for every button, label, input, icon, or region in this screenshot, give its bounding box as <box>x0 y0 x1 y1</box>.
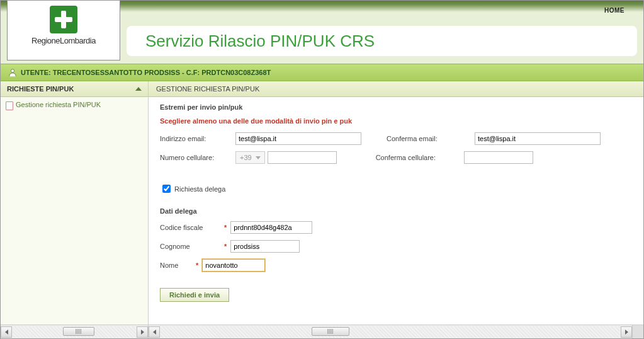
required-mark: * <box>224 243 227 250</box>
prefix-value: +39 <box>240 154 252 161</box>
scroll-track-left[interactable] <box>13 326 136 338</box>
logo: RegioneLombardia <box>7 1 120 60</box>
label-nome: Nome <box>160 261 195 269</box>
cognome-input[interactable] <box>230 240 300 253</box>
user-text: UTENTE: TRECENTOSESSANTOTTO PRODSISS - C… <box>21 69 271 76</box>
required-mark: * <box>224 224 227 231</box>
sidebar-head[interactable]: RICHIESTE PIN/PUK <box>1 81 148 97</box>
triangle-left-icon <box>153 330 156 335</box>
label-cf: Codice fiscale <box>160 224 223 231</box>
prefix-dropdown[interactable]: +39 <box>235 151 265 164</box>
cf-input[interactable] <box>230 221 312 234</box>
nome-input[interactable] <box>202 259 265 272</box>
warning-text: Scegliere almeno una delle due modalità … <box>160 117 632 125</box>
email-input[interactable] <box>235 132 361 145</box>
delega-label: Richiesta delega <box>174 185 225 193</box>
required-mark: * <box>196 261 198 269</box>
triangle-right-icon <box>141 330 144 335</box>
label-cognome: Cognome <box>160 243 223 250</box>
scroll-corner <box>632 325 643 339</box>
scroll-right-button[interactable] <box>621 326 632 338</box>
sidebar-head-label: RICHIESTE PIN/PUK <box>7 85 74 93</box>
cell-input[interactable] <box>268 151 337 164</box>
section-estremi: Estremi per invio pin/puk <box>160 103 632 111</box>
triangle-left-icon <box>5 330 8 335</box>
grip-icon <box>76 329 82 334</box>
label-email: Indirizzo email: <box>160 135 235 142</box>
user-icon <box>8 68 17 77</box>
sidebar-item-gestione[interactable]: Gestione richiesta PIN/PUK <box>1 97 148 112</box>
title-bar: Servizio Rilascio PIN/PUK CRS <box>127 26 637 56</box>
logo-icon <box>50 6 77 33</box>
sidebar-item-label: Gestione richiesta PIN/PUK <box>16 101 101 108</box>
page-title: Servizio Rilascio PIN/PUK CRS <box>145 32 375 51</box>
scroll-left-button[interactable] <box>1 326 12 338</box>
logo-text: RegioneLombardia <box>8 36 120 45</box>
home-link[interactable]: HOME <box>604 7 624 14</box>
chevron-up-icon <box>135 87 142 91</box>
section-dati-delega: Dati delega <box>160 207 632 215</box>
scroll-track-right[interactable] <box>161 326 620 338</box>
label-cell: Numero cellulare: <box>160 154 235 161</box>
scroll-right-button[interactable] <box>137 326 148 338</box>
scroll-thumb[interactable] <box>312 327 349 336</box>
header: HOME RegioneLombardia Servizio Rilascio … <box>1 1 643 64</box>
grip-icon <box>327 329 334 334</box>
email-confirm-input[interactable] <box>475 132 601 145</box>
chevron-down-icon <box>256 156 261 159</box>
submit-button[interactable]: Richiedi e invia <box>160 288 229 302</box>
scroll-thumb[interactable] <box>63 327 94 336</box>
scrollbar-row <box>1 325 643 338</box>
user-bar: UTENTE: TRECENTOSESSANTOTTO PRODSISS - C… <box>1 64 643 81</box>
label-cell-conf: Conferma cellulare: <box>376 154 464 161</box>
cell-confirm-input[interactable] <box>464 151 533 164</box>
scroll-left-button[interactable] <box>149 326 160 338</box>
label-email-conf: Conferma email: <box>387 135 475 142</box>
sidebar: RICHIESTE PIN/PUK Gestione richiesta PIN… <box>1 81 149 325</box>
main: GESTIONE RICHIESTA PIN/PUK Estremi per i… <box>149 81 643 325</box>
svg-point-0 <box>11 69 14 72</box>
main-head: GESTIONE RICHIESTA PIN/PUK <box>149 81 643 97</box>
triangle-right-icon <box>625 330 628 335</box>
delega-checkbox[interactable] <box>162 185 171 193</box>
